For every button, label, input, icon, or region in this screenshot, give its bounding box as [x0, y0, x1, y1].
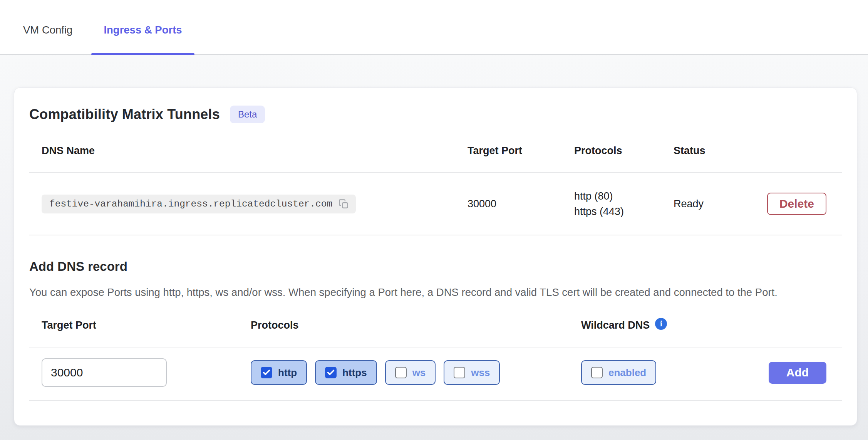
protocol-chip-https[interactable]: https [315, 360, 377, 385]
label-protocols: Protocols [251, 319, 581, 331]
info-icon[interactable]: i [655, 318, 667, 330]
protocols-cell: http (80) https (443) [574, 188, 674, 219]
ws-checkbox[interactable] [395, 367, 407, 378]
protocol-line-http: http (80) [574, 188, 674, 204]
protocol-line-https: https (443) [574, 204, 674, 219]
tab-ingress-ports[interactable]: Ingress & Ports [91, 24, 194, 54]
wildcard-enabled-label: enabled [608, 367, 646, 379]
dns-name-cell: festive-varahamihira.ingress.replicatedc… [29, 195, 468, 213]
col-header-status: Status [674, 145, 842, 157]
https-checkbox[interactable] [325, 367, 337, 378]
table-row: festive-varahamihira.ingress.replicatedc… [29, 173, 842, 235]
add-dns-form-row: http https ws [29, 348, 842, 400]
dns-name-pill: festive-varahamihira.ingress.replicatedc… [42, 195, 356, 213]
protocol-chip-http-label: http [278, 367, 297, 379]
add-dns-record-title: Add DNS record [29, 259, 842, 274]
beta-badge: Beta [230, 106, 265, 123]
protocol-chip-ws[interactable]: ws [385, 360, 436, 385]
col-header-dns-name: DNS Name [29, 145, 468, 157]
protocol-chip-https-label: https [342, 367, 367, 379]
copy-icon[interactable] [338, 199, 349, 209]
target-port-input-cell [29, 358, 251, 387]
tab-bar: VM Config Ingress & Ports [0, 0, 868, 55]
protocol-chip-http[interactable]: http [251, 360, 307, 385]
http-checkbox[interactable] [261, 367, 272, 378]
protocol-chip-wss-label: wss [471, 367, 490, 379]
protocol-chip-wss[interactable]: wss [444, 360, 500, 385]
col-header-target-port: Target Port [468, 145, 574, 157]
tab-ingress-ports-label: Ingress & Ports [104, 24, 182, 36]
table-row-divider [29, 235, 842, 235]
dns-name-value: festive-varahamihira.ingress.replicatedc… [49, 199, 332, 209]
delete-button[interactable]: Delete [767, 193, 826, 215]
page-content: Compatibility Matrix Tunnels Beta DNS Na… [0, 55, 868, 440]
add-button[interactable]: Add [769, 362, 826, 384]
protocol-chip-ws-label: ws [412, 367, 426, 379]
target-port-input[interactable] [42, 358, 167, 387]
wss-checkbox[interactable] [454, 367, 465, 378]
label-target-port: Target Port [29, 319, 251, 331]
row-actions-cell: Delete [767, 193, 842, 215]
tunnels-card: Compatibility Matrix Tunnels Beta DNS Na… [14, 87, 857, 426]
wildcard-cell: enabled [581, 360, 769, 385]
card-title-row: Compatibility Matrix Tunnels Beta [29, 106, 842, 123]
tab-vm-config[interactable]: VM Config [11, 24, 85, 54]
label-wildcard-dns: Wildcard DNS i [581, 319, 842, 331]
protocol-chips: http https ws [251, 360, 581, 385]
tunnels-table: DNS Name Target Port Protocols Status fe… [29, 145, 842, 235]
tab-vm-config-label: VM Config [23, 24, 72, 36]
target-port-cell: 30000 [468, 198, 574, 210]
col-header-protocols: Protocols [574, 145, 674, 157]
wildcard-enabled-checkbox[interactable] [591, 367, 603, 378]
form-actions-cell: Add [769, 362, 842, 384]
wildcard-enabled-chip[interactable]: enabled [581, 360, 656, 385]
status-cell: Ready [674, 198, 767, 210]
card-title: Compatibility Matrix Tunnels [29, 106, 220, 123]
add-dns-record-description: You can expose Ports using http, https, … [29, 285, 834, 300]
table-header-row: DNS Name Target Port Protocols Status [29, 145, 842, 172]
wildcard-dns-label-text: Wildcard DNS [581, 319, 650, 331]
form-bottom-divider [29, 400, 842, 401]
form-labels-row: Target Port Protocols Wildcard DNS i [29, 319, 842, 348]
